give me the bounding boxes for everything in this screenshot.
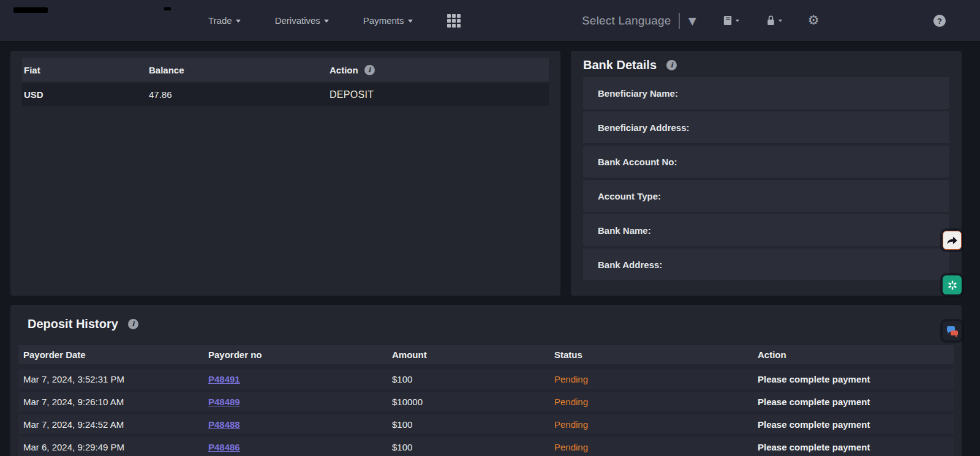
menu-derivatives[interactable]: Derivatives xyxy=(275,15,329,26)
col-status: Status xyxy=(554,349,758,360)
apps-grid-icon[interactable] xyxy=(447,14,461,28)
table-row: Mar 7, 2024, 9:26:10 AM P48489 $10000 Pe… xyxy=(18,392,954,411)
table-row: Mar 7, 2024, 9:24:52 AM P48488 $100 Pend… xyxy=(18,414,954,434)
col-amount: Amount xyxy=(392,349,554,360)
logo-redacted xyxy=(13,7,48,13)
fiat-row-usd: USD 47.86 DEPOSIT xyxy=(22,83,549,106)
payorder-link[interactable]: P48491 xyxy=(208,374,240,384)
fiat-table-header: Fiat Balance Action i xyxy=(22,58,549,81)
menu-payments-label: Payments xyxy=(363,15,404,26)
chat-bubbles-icon[interactable] xyxy=(943,321,962,340)
info-icon[interactable]: i xyxy=(128,319,138,329)
main-menu: Trade Derivatives Payments xyxy=(208,0,461,41)
bank-details-panel: Bank Details i Beneficiary Name: Benefic… xyxy=(571,51,962,296)
curved-arrow-icon xyxy=(946,234,959,247)
chevron-down-icon xyxy=(736,20,739,22)
col-fiat: Fiat xyxy=(22,65,147,75)
action-text: Please complete payment xyxy=(758,442,954,452)
menu-derivatives-label: Derivatives xyxy=(275,15,320,26)
action-text: Please complete payment xyxy=(758,374,954,384)
payorder-link[interactable]: P48488 xyxy=(208,419,240,430)
field-beneficiary-name: Beneficiary Name: xyxy=(583,77,949,109)
amount: $100 xyxy=(392,442,554,452)
payorder-link[interactable]: P48486 xyxy=(208,442,240,452)
logo-redacted-small xyxy=(164,7,171,10)
chevron-down-icon xyxy=(778,20,782,22)
status-badge: Pending xyxy=(554,397,758,407)
deposit-history-title: Deposit History xyxy=(28,317,118,331)
help-icon[interactable]: ? xyxy=(933,15,946,27)
gear-icon: ⚙ xyxy=(808,14,820,27)
amount: $100 xyxy=(392,374,554,384)
chevron-down-icon xyxy=(408,20,413,23)
field-bank-address: Bank Address: xyxy=(583,249,949,280)
table-row: Mar 7, 2024, 3:52:31 PM P48491 $100 Pend… xyxy=(18,369,954,389)
menu-trade-label: Trade xyxy=(208,15,232,26)
payorder-date: Mar 6, 2024, 9:29:49 PM xyxy=(18,442,208,452)
language-selector[interactable]: Select Language xyxy=(582,14,671,28)
orders-book-icon[interactable] xyxy=(722,15,739,26)
book-icon xyxy=(722,15,734,26)
field-bank-name: Bank Name: xyxy=(583,214,949,246)
lock-icon xyxy=(765,15,777,26)
field-bank-account-no: Bank Account No: xyxy=(583,146,949,178)
history-table-header: Payorder Date Payorder no Amount Status … xyxy=(18,345,954,364)
deposit-history-panel: Deposit History i Payorder Date Payorder… xyxy=(10,305,962,456)
col-action: Action xyxy=(758,349,954,360)
top-navigation: Trade Derivatives Payments Select Langua… xyxy=(0,0,980,42)
amount: $10000 xyxy=(392,397,554,407)
deposit-button[interactable]: DEPOSIT xyxy=(330,89,374,100)
info-icon[interactable]: i xyxy=(666,60,677,70)
menu-trade[interactable]: Trade xyxy=(208,15,241,26)
col-payorder-date: Payorder Date xyxy=(18,349,208,360)
payorder-date: Mar 7, 2024, 3:52:31 PM xyxy=(18,374,208,384)
payorder-date: Mar 7, 2024, 9:24:52 AM xyxy=(18,419,208,430)
status-badge: Pending xyxy=(554,419,758,430)
payorder-link[interactable]: P48489 xyxy=(208,397,240,407)
amount: $100 xyxy=(392,419,554,430)
divider xyxy=(679,13,680,29)
main-content: Fiat Balance Action i USD 47.86 DEPOSIT … xyxy=(0,42,980,456)
action-text: Please complete payment xyxy=(758,419,954,430)
menu-payments[interactable]: Payments xyxy=(363,15,413,26)
status-badge: Pending xyxy=(554,374,758,384)
bank-details-title: Bank Details xyxy=(583,58,657,72)
language-dropdown-icon[interactable]: ▼ xyxy=(688,15,696,27)
table-row: Mar 6, 2024, 9:29:49 PM P48486 $100 Pend… xyxy=(18,437,954,456)
action-text: Please complete payment xyxy=(758,397,954,407)
chevron-down-icon xyxy=(236,20,241,23)
field-account-type: Account Type: xyxy=(583,180,949,212)
col-balance: Balance xyxy=(147,65,328,75)
status-badge: Pending xyxy=(554,442,758,452)
info-icon[interactable]: i xyxy=(364,65,375,75)
fiat-currency: USD xyxy=(22,89,147,100)
col-action: Action xyxy=(330,65,358,75)
nav-right-group: Select Language ▼ ⚙ xyxy=(582,0,820,41)
settings-gear[interactable]: ⚙ xyxy=(808,14,820,27)
col-payorder-no: Payorder no xyxy=(208,349,392,360)
payorder-date: Mar 7, 2024, 9:26:10 AM xyxy=(18,397,208,407)
share-icon[interactable] xyxy=(943,231,962,250)
fiat-balance: 47.86 xyxy=(147,89,328,100)
wallet-lock-icon[interactable] xyxy=(765,15,782,26)
fiat-balance-panel: Fiat Balance Action i USD 47.86 DEPOSIT xyxy=(10,51,560,296)
chatgpt-icon[interactable] xyxy=(943,275,962,294)
dual-chat-bubbles xyxy=(945,324,960,338)
field-beneficiary-address: Beneficiary Address: xyxy=(583,111,949,143)
openai-logo-icon xyxy=(946,279,959,291)
chevron-down-icon xyxy=(324,20,329,23)
